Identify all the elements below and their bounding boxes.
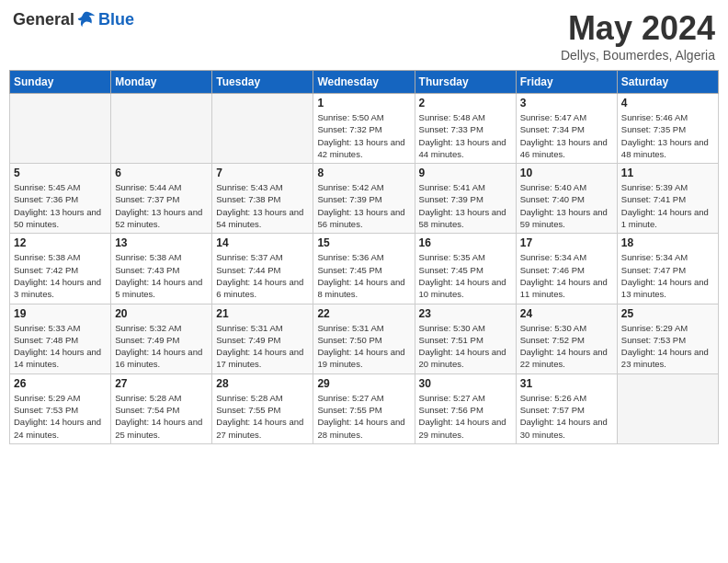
day-number: 16 [419,236,512,249]
day-info: Sunrise: 5:46 AMSunset: 7:35 PMDaylight:… [621,111,714,160]
calendar-cell: 29Sunrise: 5:27 AMSunset: 7:55 PMDayligh… [313,373,415,443]
calendar-cell [212,94,313,164]
day-number: 6 [115,167,208,179]
day-info: Sunrise: 5:43 AMSunset: 7:38 PMDaylight:… [216,181,309,230]
calendar-cell: 1Sunrise: 5:50 AMSunset: 7:32 PMDaylight… [313,94,415,164]
calendar-cell: 2Sunrise: 5:48 AMSunset: 7:33 PMDaylight… [415,94,516,164]
calendar-cell: 31Sunrise: 5:26 AMSunset: 7:57 PMDayligh… [516,373,617,443]
day-number: 2 [419,97,512,109]
header-saturday: Saturday [617,71,718,94]
calendar-week-5: 26Sunrise: 5:29 AMSunset: 7:53 PMDayligh… [10,373,719,443]
calendar-cell: 26Sunrise: 5:29 AMSunset: 7:53 PMDayligh… [10,373,111,443]
day-number: 28 [216,377,309,390]
calendar-cell: 14Sunrise: 5:37 AMSunset: 7:44 PMDayligh… [212,234,313,304]
calendar-cell: 19Sunrise: 5:33 AMSunset: 7:48 PMDayligh… [10,304,111,373]
calendar-cell: 16Sunrise: 5:35 AMSunset: 7:45 PMDayligh… [415,234,516,304]
calendar-cell: 24Sunrise: 5:30 AMSunset: 7:52 PMDayligh… [516,304,617,373]
day-number: 17 [520,236,613,249]
day-number: 31 [520,377,613,390]
day-info: Sunrise: 5:38 AMSunset: 7:42 PMDaylight:… [14,251,107,300]
day-number: 23 [419,307,512,320]
calendar-week-1: 1Sunrise: 5:50 AMSunset: 7:32 PMDaylight… [10,94,719,164]
day-info: Sunrise: 5:48 AMSunset: 7:33 PMDaylight:… [419,111,512,160]
day-number: 14 [216,236,309,249]
location: Dellys, Boumerdes, Algeria [561,48,715,63]
day-info: Sunrise: 5:37 AMSunset: 7:44 PMDaylight:… [216,251,309,300]
day-number: 27 [115,377,208,390]
day-info: Sunrise: 5:38 AMSunset: 7:43 PMDaylight:… [115,251,208,300]
day-number: 19 [14,307,107,320]
day-number: 29 [317,377,410,390]
calendar-cell: 5Sunrise: 5:45 AMSunset: 7:36 PMDaylight… [10,164,111,234]
day-number: 22 [317,307,410,320]
day-info: Sunrise: 5:32 AMSunset: 7:49 PMDaylight:… [115,322,208,371]
calendar-cell [617,373,718,443]
calendar-cell: 8Sunrise: 5:42 AMSunset: 7:39 PMDaylight… [313,164,415,234]
calendar-cell: 25Sunrise: 5:29 AMSunset: 7:53 PMDayligh… [617,304,718,373]
calendar-cell: 22Sunrise: 5:31 AMSunset: 7:50 PMDayligh… [313,304,415,373]
calendar-table: Sunday Monday Tuesday Wednesday Thursday… [9,70,719,444]
day-number: 10 [520,167,613,179]
calendar-cell: 21Sunrise: 5:31 AMSunset: 7:49 PMDayligh… [212,304,313,373]
header-sunday: Sunday [10,71,111,94]
logo-bird-icon [76,9,97,29]
calendar-cell: 6Sunrise: 5:44 AMSunset: 7:37 PMDaylight… [111,164,212,234]
calendar-cell: 20Sunrise: 5:32 AMSunset: 7:49 PMDayligh… [111,304,212,373]
day-info: Sunrise: 5:27 AMSunset: 7:55 PMDaylight:… [317,392,410,441]
page-header: General Blue May 2024 Dellys, Boumerdes,… [9,9,719,63]
day-info: Sunrise: 5:39 AMSunset: 7:41 PMDaylight:… [621,181,714,230]
day-number: 8 [317,167,410,179]
day-number: 20 [115,307,208,320]
day-info: Sunrise: 5:45 AMSunset: 7:36 PMDaylight:… [14,181,107,230]
day-number: 30 [419,377,512,390]
day-number: 26 [14,377,107,390]
calendar-cell: 9Sunrise: 5:41 AMSunset: 7:39 PMDaylight… [415,164,516,234]
day-info: Sunrise: 5:31 AMSunset: 7:49 PMDaylight:… [216,322,309,371]
calendar-cell: 17Sunrise: 5:34 AMSunset: 7:46 PMDayligh… [516,234,617,304]
header-friday: Friday [516,71,617,94]
header-wednesday: Wednesday [313,71,415,94]
calendar-cell: 28Sunrise: 5:28 AMSunset: 7:55 PMDayligh… [212,373,313,443]
calendar-cell: 15Sunrise: 5:36 AMSunset: 7:45 PMDayligh… [313,234,415,304]
day-info: Sunrise: 5:36 AMSunset: 7:45 PMDaylight:… [317,251,410,300]
day-number: 11 [621,167,714,179]
calendar-cell: 30Sunrise: 5:27 AMSunset: 7:56 PMDayligh… [415,373,516,443]
calendar-cell: 18Sunrise: 5:34 AMSunset: 7:47 PMDayligh… [617,234,718,304]
calendar-cell: 11Sunrise: 5:39 AMSunset: 7:41 PMDayligh… [617,164,718,234]
title-area: May 2024 Dellys, Boumerdes, Algeria [561,9,715,63]
logo-blue: Blue [98,10,134,29]
day-number: 9 [419,167,512,179]
day-info: Sunrise: 5:30 AMSunset: 7:51 PMDaylight:… [419,322,512,371]
calendar-cell [111,94,212,164]
calendar-week-4: 19Sunrise: 5:33 AMSunset: 7:48 PMDayligh… [10,304,719,373]
calendar-cell [10,94,111,164]
calendar-cell: 10Sunrise: 5:40 AMSunset: 7:40 PMDayligh… [516,164,617,234]
day-number: 4 [621,97,714,109]
day-info: Sunrise: 5:35 AMSunset: 7:45 PMDaylight:… [419,251,512,300]
logo-general: General [13,10,74,29]
day-number: 1 [317,97,410,109]
day-number: 7 [216,167,309,179]
day-info: Sunrise: 5:31 AMSunset: 7:50 PMDaylight:… [317,322,410,371]
day-info: Sunrise: 5:44 AMSunset: 7:37 PMDaylight:… [115,181,208,230]
day-number: 18 [621,236,714,249]
calendar-cell: 23Sunrise: 5:30 AMSunset: 7:51 PMDayligh… [415,304,516,373]
day-info: Sunrise: 5:28 AMSunset: 7:54 PMDaylight:… [115,392,208,441]
calendar-cell: 12Sunrise: 5:38 AMSunset: 7:42 PMDayligh… [10,234,111,304]
day-info: Sunrise: 5:40 AMSunset: 7:40 PMDaylight:… [520,181,613,230]
header-monday: Monday [111,71,212,94]
calendar-cell: 3Sunrise: 5:47 AMSunset: 7:34 PMDaylight… [516,94,617,164]
calendar-week-3: 12Sunrise: 5:38 AMSunset: 7:42 PMDayligh… [10,234,719,304]
header-thursday: Thursday [415,71,516,94]
day-info: Sunrise: 5:47 AMSunset: 7:34 PMDaylight:… [520,111,613,160]
day-number: 5 [14,167,107,179]
day-info: Sunrise: 5:30 AMSunset: 7:52 PMDaylight:… [520,322,613,371]
day-number: 21 [216,307,309,320]
day-info: Sunrise: 5:29 AMSunset: 7:53 PMDaylight:… [14,392,107,441]
day-info: Sunrise: 5:50 AMSunset: 7:32 PMDaylight:… [317,111,410,160]
calendar-cell: 13Sunrise: 5:38 AMSunset: 7:43 PMDayligh… [111,234,212,304]
day-info: Sunrise: 5:27 AMSunset: 7:56 PMDaylight:… [419,392,512,441]
day-info: Sunrise: 5:34 AMSunset: 7:46 PMDaylight:… [520,251,613,300]
day-info: Sunrise: 5:34 AMSunset: 7:47 PMDaylight:… [621,251,714,300]
day-info: Sunrise: 5:41 AMSunset: 7:39 PMDaylight:… [419,181,512,230]
